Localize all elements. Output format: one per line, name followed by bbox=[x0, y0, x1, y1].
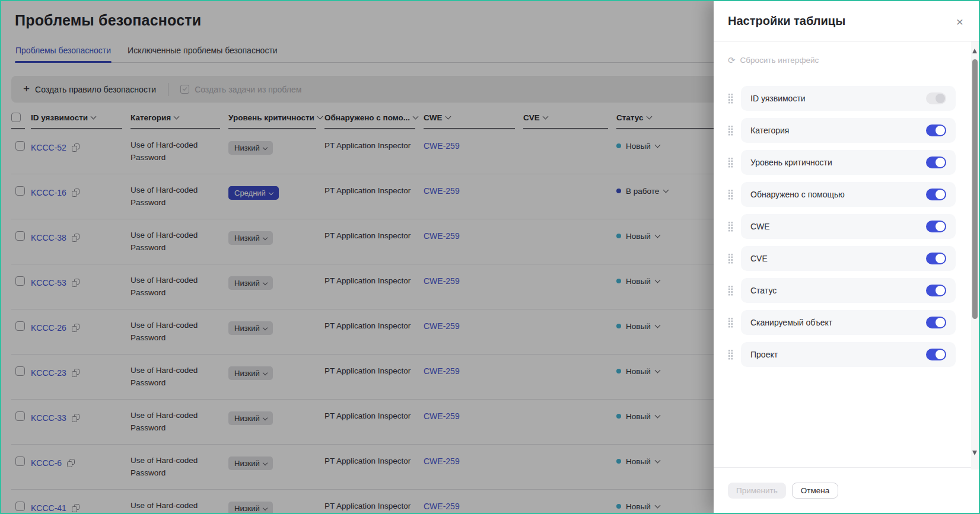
cancel-button[interactable]: Отмена bbox=[792, 483, 838, 499]
drag-handle-icon[interactable] bbox=[728, 285, 733, 296]
column-setting-row: Проект bbox=[728, 342, 956, 367]
panel-header: Настройки таблицы × bbox=[714, 1, 979, 41]
column-toggle[interactable] bbox=[926, 349, 946, 360]
column-toggle[interactable] bbox=[926, 253, 946, 264]
column-setting-card: CWE bbox=[741, 214, 956, 239]
column-toggle[interactable] bbox=[926, 285, 946, 296]
column-setting-row: Обнаружено с помощью bbox=[728, 182, 956, 207]
apply-button[interactable]: Применить bbox=[728, 483, 786, 499]
column-setting-label: CVE bbox=[750, 254, 768, 263]
column-setting-row: Категория bbox=[728, 118, 956, 143]
column-setting-label: Уровень критичности bbox=[750, 158, 832, 167]
column-setting-row: Уровень критичности bbox=[728, 150, 956, 175]
scroll-up-icon[interactable] bbox=[972, 49, 977, 53]
column-settings-list: ID уязвимости Категория Уровень критично… bbox=[728, 86, 956, 367]
column-toggle[interactable] bbox=[926, 189, 946, 200]
scrollbar-thumb[interactable] bbox=[972, 59, 978, 319]
panel-footer: Применить Отмена bbox=[714, 467, 979, 513]
column-setting-card: Категория bbox=[741, 118, 956, 143]
panel-scrollbar[interactable] bbox=[971, 41, 979, 470]
column-toggle[interactable] bbox=[926, 157, 946, 168]
app-window: Проблемы безопасности Проблемы безопасно… bbox=[0, 0, 980, 514]
column-setting-row: Статус bbox=[728, 278, 956, 303]
column-setting-label: Статус bbox=[750, 286, 777, 295]
drag-handle-icon[interactable] bbox=[728, 317, 733, 328]
close-icon[interactable]: × bbox=[956, 15, 963, 28]
column-setting-card: Проект bbox=[741, 342, 956, 367]
drag-handle-icon[interactable] bbox=[728, 93, 733, 104]
column-setting-row: CVE bbox=[728, 246, 956, 271]
refresh-icon: ⟳ bbox=[728, 56, 736, 65]
drag-handle-icon[interactable] bbox=[728, 349, 733, 360]
drag-handle-icon[interactable] bbox=[728, 221, 733, 232]
panel-title: Настройки таблицы bbox=[728, 14, 845, 28]
column-setting-label: Сканируемый объект bbox=[750, 318, 832, 327]
scroll-down-icon[interactable] bbox=[972, 451, 977, 455]
column-setting-row: Сканируемый объект bbox=[728, 310, 956, 335]
column-setting-card: Обнаружено с помощью bbox=[741, 182, 956, 207]
drag-handle-icon[interactable] bbox=[728, 189, 733, 200]
column-setting-label: Обнаружено с помощью bbox=[750, 190, 845, 199]
column-setting-label: CWE bbox=[750, 222, 770, 231]
column-setting-card: CVE bbox=[741, 246, 956, 271]
column-setting-label: Проект bbox=[750, 350, 778, 359]
drag-handle-icon[interactable] bbox=[728, 253, 733, 264]
column-setting-card: Сканируемый объект bbox=[741, 310, 956, 335]
column-toggle[interactable] bbox=[926, 317, 946, 328]
column-toggle[interactable] bbox=[926, 221, 946, 232]
panel-body: ⟳ Сбросить интерфейс ID уязвимости Катег… bbox=[714, 41, 979, 367]
column-setting-row: CWE bbox=[728, 214, 956, 239]
drag-handle-icon[interactable] bbox=[728, 125, 733, 136]
column-setting-card: ID уязвимости bbox=[741, 86, 956, 111]
column-setting-label: ID уязвимости bbox=[750, 94, 806, 103]
column-setting-label: Категория bbox=[750, 126, 789, 135]
table-settings-panel: Настройки таблицы × ⟳ Сбросить интерфейс… bbox=[714, 1, 979, 513]
column-setting-card: Статус bbox=[741, 278, 956, 303]
column-toggle[interactable] bbox=[926, 124, 946, 136]
column-toggle bbox=[926, 92, 946, 104]
reset-interface-button[interactable]: ⟳ Сбросить интерфейс bbox=[728, 56, 956, 65]
drag-handle-icon[interactable] bbox=[728, 157, 733, 168]
column-setting-card: Уровень критичности bbox=[741, 150, 956, 175]
column-setting-row: ID уязвимости bbox=[728, 86, 956, 111]
